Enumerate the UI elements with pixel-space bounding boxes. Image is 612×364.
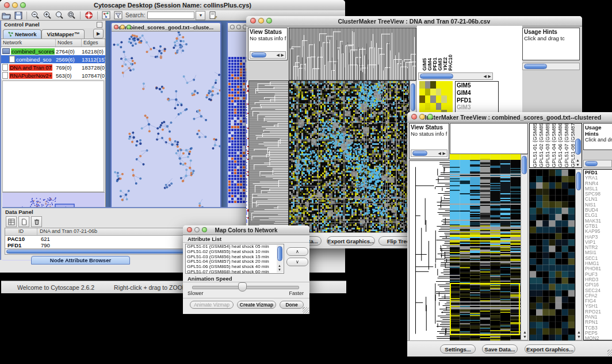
network-view-titlebar[interactable]: combined_scores_good.txt--cluste... <box>112 23 220 32</box>
gene-label[interactable]: PFD1 <box>585 170 612 175</box>
gene-label[interactable]: SPC98 <box>585 191 612 197</box>
scroll-thumb[interactable] <box>524 64 547 69</box>
zoom-out-icon[interactable] <box>31 11 40 20</box>
matrix-cell[interactable] <box>430 95 436 103</box>
zoom-selected-icon[interactable] <box>67 11 76 20</box>
search-dropdown-button[interactable]: ▼ <box>196 11 205 20</box>
gene-label[interactable]: CPA2 <box>585 293 612 298</box>
labels-vscrollbar[interactable]: ▲ ▼ <box>575 124 582 167</box>
new-attribute-icon[interactable] <box>18 216 29 227</box>
zoom-button[interactable] <box>266 18 272 24</box>
attribute-listbox[interactable]: GPL51-01 (GSM854) heat shock 05 minGPL51… <box>185 244 284 274</box>
gene-label[interactable]: SEC24 <box>585 288 612 293</box>
zoom-fit-icon[interactable] <box>55 11 64 20</box>
search-input[interactable] <box>147 12 194 19</box>
gene-label[interactable]: CLN1 <box>585 197 612 202</box>
gene-label[interactable]: GTB1 <box>585 224 612 229</box>
donebutton[interactable]: Done <box>280 301 304 309</box>
gene-label[interactable]: HAP3 <box>585 235 612 240</box>
row-dendrogram[interactable] <box>248 81 289 233</box>
scroll-up-arrow[interactable]: ▲ <box>576 158 580 162</box>
gene-label[interactable]: GPI16 <box>585 282 612 288</box>
matrix-cell[interactable] <box>425 103 431 110</box>
scroll-down-arrow[interactable]: ▼ <box>278 268 281 272</box>
scroll-left-arrow[interactable]: ◀ <box>484 74 487 78</box>
minimize-button[interactable] <box>236 25 241 29</box>
tab-node-attribute-browser[interactable]: Node Attribute Browser <box>31 256 130 265</box>
matrix-cell[interactable] <box>447 103 453 110</box>
gene-label[interactable]: RPN1 <box>585 320 612 325</box>
global-heatmap[interactable] <box>289 81 410 233</box>
matrix-cell[interactable] <box>419 81 425 89</box>
attribute-item[interactable]: GPL51-07 (GSM868) heat shock 60 min <box>186 270 284 274</box>
gene-label[interactable]: MAK31 <box>585 219 612 224</box>
zoom-in-icon[interactable] <box>43 11 52 20</box>
gene-label[interactable]: MSL1 <box>585 186 612 191</box>
float-panel-icon[interactable] <box>97 22 102 28</box>
create-vizmapbutton[interactable]: Create Vizmap <box>237 301 276 309</box>
scroll-thumb[interactable] <box>412 151 427 156</box>
matrix-cell[interactable] <box>419 89 425 96</box>
move-down-button[interactable]: ∨ <box>286 258 308 266</box>
global-vscrollbar[interactable]: ▲ ▼ <box>521 154 528 340</box>
gene-label[interactable]: HMG1 <box>585 261 612 266</box>
dialog-titlebar[interactable]: Map Colors to Network <box>183 225 309 235</box>
treeview1-titlebar[interactable]: ClusterMaker TreeView : DNA and Tran 07-… <box>246 16 582 26</box>
matrix-cell[interactable] <box>430 89 436 96</box>
col-nodes[interactable]: Nodes <box>56 39 82 47</box>
attribute-scrollbar[interactable]: ▲ ▼ <box>277 245 283 273</box>
matrix-cell[interactable] <box>436 89 442 96</box>
scroll-down-arrow[interactable]: ▼ <box>577 335 581 339</box>
gene-label[interactable]: NTR2 <box>585 245 612 250</box>
network-row[interactable]: RNAPuberNov2+563(0)107847(0) <box>1 71 105 79</box>
scroll-thumb[interactable] <box>420 74 453 79</box>
gene-label[interactable]: GIM5 <box>457 82 497 90</box>
gene-label[interactable]: GIM4 <box>457 90 497 97</box>
view-status-scrollbar[interactable]: ◀ ▶ <box>411 150 447 157</box>
zoom-button[interactable] <box>127 25 131 29</box>
export-graphics-button[interactable]: Export Graphics... <box>327 236 375 246</box>
minimize-button[interactable] <box>12 2 18 8</box>
col-edges[interactable]: Edges <box>82 39 105 47</box>
row-dendrogram[interactable] <box>409 160 450 342</box>
settings-button[interactable]: Settings... <box>440 344 476 354</box>
network-overview-icon[interactable] <box>102 11 110 20</box>
scroll-thumb[interactable] <box>576 172 581 190</box>
matrix-cell[interactable] <box>441 89 447 96</box>
gene-label[interactable]: FIG4 <box>585 298 612 304</box>
col-id[interactable]: ID <box>5 228 37 235</box>
gene-label[interactable]: PHO81 <box>585 266 612 271</box>
minimize-button[interactable] <box>419 114 425 120</box>
view-status-scrollbar[interactable]: ◀ ▶ <box>250 51 286 59</box>
select-attributes-icon[interactable] <box>6 216 17 227</box>
tab-overflow-button[interactable]: ▶ <box>93 29 104 39</box>
scroll-thumb[interactable] <box>585 161 598 166</box>
gene-label[interactable]: RPO21 <box>585 309 612 315</box>
minimize-button[interactable] <box>258 18 264 24</box>
gene-label[interactable]: TCB3 <box>585 325 612 331</box>
export-graphics-button[interactable]: Export Graphics... <box>525 344 575 354</box>
move-up-button[interactable]: ∧ <box>286 247 308 256</box>
gene-label[interactable]: HRD3 <box>585 277 612 282</box>
col-network[interactable]: Network <box>1 39 56 47</box>
gene-label[interactable]: NIS1 <box>585 202 612 208</box>
annotation-icon[interactable] <box>209 11 217 20</box>
matrix-cell[interactable] <box>425 95 431 103</box>
zoom-hscrollbar[interactable]: ◀ ▶ <box>418 72 493 80</box>
resize-grip[interactable] <box>303 307 309 313</box>
matrix-cell[interactable] <box>436 81 442 89</box>
scroll-thumb[interactable] <box>411 83 415 111</box>
gene-label[interactable]: VIP1 <box>585 240 612 245</box>
global-heatmap[interactable] <box>450 154 521 340</box>
save-data-button[interactable]: Save Data... <box>482 344 518 354</box>
scroll-thumb[interactable] <box>277 246 282 261</box>
matrix-cell[interactable] <box>447 81 453 89</box>
help-lifesaver-icon[interactable] <box>85 11 93 20</box>
open-file-icon[interactable] <box>2 12 11 20</box>
close-button[interactable] <box>114 25 118 29</box>
gene-label[interactable]: MON2 <box>585 336 612 340</box>
close-button[interactable] <box>250 18 256 24</box>
gene-label[interactable]: PEP5 <box>585 331 612 336</box>
matrix-cell[interactable] <box>441 103 447 110</box>
network-row[interactable]: combined_sco2569(6)13112(15) <box>1 55 105 63</box>
